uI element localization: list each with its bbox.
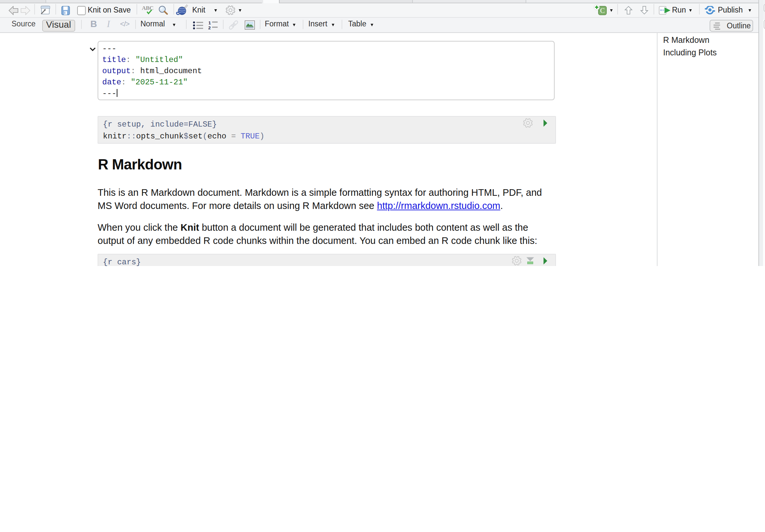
svg-text:2: 2 xyxy=(208,25,211,30)
svg-text:C: C xyxy=(600,6,605,14)
svg-text:1: 1 xyxy=(208,20,211,25)
